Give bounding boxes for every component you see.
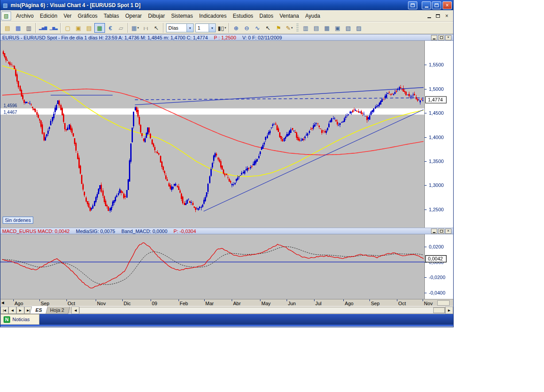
menu-item-indicadores[interactable]: Indicadores (196, 12, 230, 20)
bar-chart-icon: ▂▅▇ (39, 26, 47, 30)
price-pane-minimize-button[interactable] (431, 35, 437, 40)
status-accent-line (0, 325, 453, 326)
flag-button[interactable]: ⚑ (273, 23, 284, 33)
menu-item-edicion[interactable]: Edición (37, 12, 60, 20)
period-combo[interactable]: Días▼ (166, 23, 194, 32)
chart-style-dropdown-icon[interactable]: ▾ (225, 26, 226, 30)
layout-horizontal-button[interactable]: ▤ (311, 23, 322, 33)
next-sheet-button[interactable]: ▶ (16, 307, 24, 314)
bar-chart-button[interactable]: ▂▅▇ (38, 23, 48, 33)
cursor-mode-button[interactable]: ↖ (151, 23, 162, 33)
toolbar-separator (229, 23, 229, 33)
macd-chart-canvas[interactable] (0, 234, 453, 299)
time-axis-label: 09 (152, 301, 157, 306)
interval-combo[interactable]: 1▼ (195, 23, 216, 32)
lists-icon: ▤ (86, 25, 92, 31)
menu-item-ayuda[interactable]: Ayuda (302, 12, 323, 20)
zoom-in-button[interactable]: ⊕ (231, 23, 241, 33)
layout-single-button[interactable]: ▥ (300, 23, 311, 33)
interval-combo-dropdown-icon[interactable]: ▼ (209, 24, 215, 32)
templates-button[interactable]: ▣ (73, 23, 84, 33)
horizontal-scrollbar[interactable] (79, 307, 445, 314)
menu-item-ver[interactable]: Ver (60, 12, 74, 20)
macd-pane-minimize-button[interactable] (431, 229, 437, 234)
time-axis-label: Jul (315, 301, 322, 306)
restore-button[interactable] (432, 1, 441, 9)
grid-button[interactable]: ▦▾ (130, 23, 140, 33)
print-button[interactable]: ▥ (23, 23, 34, 33)
menu-item-ventana[interactable]: Ventana (276, 12, 302, 20)
menu-item-archivo[interactable]: Archivo (13, 12, 37, 20)
period-combo-dropdown-icon[interactable]: ▼ (187, 24, 193, 32)
time-axis-label: Dic (124, 301, 131, 306)
scrollbar-thumb[interactable] (433, 307, 445, 313)
time-axis-label: Nov (97, 301, 106, 306)
price-pane-maximize-button[interactable] (438, 35, 444, 40)
menu-item-operar[interactable]: Operar (122, 12, 145, 20)
window-title: mis(Página 6) : Visual Chart 4 - [EUR/US… (11, 2, 408, 8)
euro-button[interactable]: € (105, 23, 116, 33)
sheet-tab-label: Hoja 2 (50, 307, 64, 313)
price-pane-close-button[interactable]: × (445, 35, 451, 40)
column-chart-icon: ▁▆▃ (50, 26, 58, 30)
chart-area: EURUS - EUR/USD Spot - Fin de día 1 días… (0, 34, 453, 326)
price-pane-volume-date: V: 0 F: 02/11/2009 (242, 35, 282, 40)
chart-style-button[interactable]: ▮▯▾ (217, 23, 227, 33)
layout-cascade-button[interactable]: ▣ (332, 23, 343, 33)
new-window-button[interactable]: ▢ (62, 23, 73, 33)
draw-pen-dropdown-icon[interactable]: ▾ (291, 26, 293, 30)
save-icon: ▦ (16, 25, 21, 31)
menu-item-sistemas[interactable]: Sistemas (168, 12, 196, 20)
layout-mixed-button[interactable]: ▨ (354, 23, 364, 33)
time-axis-label: May (261, 301, 271, 306)
sheet-tab-label: ES (35, 307, 42, 313)
chart-window-button[interactable]: ▱ (116, 23, 126, 33)
mdi-close-button[interactable]: × (443, 12, 451, 19)
macd-pane-maximize-button[interactable] (438, 229, 444, 234)
close-button[interactable]: × (443, 1, 452, 9)
prev-sheet-button[interactable]: ◀ (8, 307, 16, 314)
layout-tile-button[interactable]: ▧ (343, 23, 354, 33)
open-button[interactable]: ▤ (2, 23, 13, 33)
scroll-left-button[interactable]: ◀ (71, 307, 79, 314)
news-tab[interactable]: N Noticias (0, 314, 39, 325)
menu-item-graficos[interactable]: Gráficos (74, 12, 101, 20)
sheet-tab-hoja-2[interactable]: Hoja 2 (44, 307, 70, 314)
draw-pen-button[interactable]: ✎▾ (284, 23, 295, 33)
flag-icon: ⚑ (276, 25, 281, 31)
mdi-minimize-button[interactable] (425, 12, 433, 19)
column-chart-button[interactable]: ▁▆▃ (48, 23, 59, 33)
scroll-right-button[interactable]: ▶ (445, 307, 453, 314)
macd-pane-header: MACD_EURUS MACD: 0,0042 MediaSIG: 0,0075… (0, 228, 453, 234)
macd-pane-close-button[interactable]: × (445, 229, 451, 234)
first-sheet-button[interactable]: |◀ (0, 307, 8, 314)
zoom-out-button[interactable]: ⊖ (241, 23, 252, 33)
toolbar-separator (35, 23, 36, 33)
title-bar: ▧ mis(Página 6) : Visual Chart 4 - [EUR/… (0, 0, 453, 10)
sheet-tab-es[interactable]: ES (30, 307, 48, 314)
price-chart-canvas[interactable] (0, 41, 453, 228)
layout-grid-button[interactable]: ▦ (322, 23, 332, 33)
menu-item-estudios[interactable]: Estudios (230, 12, 256, 20)
document-icon[interactable]: ▧ (1, 12, 11, 20)
minimize-button[interactable] (422, 1, 431, 9)
pointer-button[interactable]: ↖ (263, 23, 273, 33)
grid-dropdown-icon[interactable]: ▾ (137, 26, 139, 30)
menu-item-datos[interactable]: Datos (256, 12, 276, 20)
tray-button[interactable] (408, 1, 417, 9)
news-label: Noticias (12, 317, 30, 322)
axis-corner-box (437, 300, 450, 306)
scale-button[interactable]: |··| (140, 23, 151, 33)
axis-left-arrow-icon[interactable]: ◀ (1, 301, 4, 305)
table-icon: ▦ (97, 25, 102, 31)
lists-button[interactable]: ▤ (84, 23, 94, 33)
save-button[interactable]: ▦ (13, 23, 23, 33)
indicator-button[interactable]: ∿ (252, 23, 263, 33)
menu-item-tablas[interactable]: Tablas (101, 12, 122, 20)
mdi-restore-button[interactable] (434, 12, 442, 19)
time-axis-tick (287, 299, 287, 301)
menu-item-dibujar[interactable]: Dibujar (145, 12, 168, 20)
price-pane-p-value: P : 1,2500 (214, 35, 236, 40)
time-axis[interactable]: ◀ AgoSepOctNovDic09FebMarAbrMayJunJulAgo… (0, 299, 453, 306)
table-button[interactable]: ▦ (94, 23, 105, 33)
